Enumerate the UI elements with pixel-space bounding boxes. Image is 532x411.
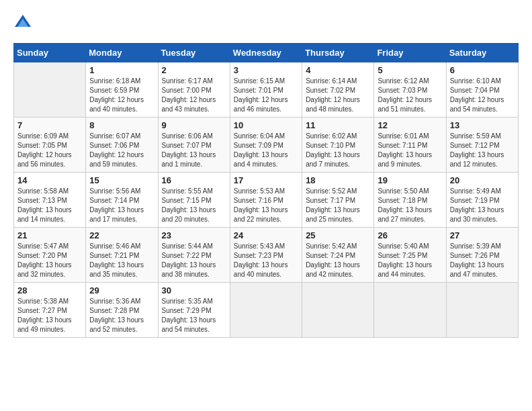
day-info: Sunrise: 6:14 AMSunset: 7:02 PMDaylight:… (306, 77, 370, 114)
column-header-thursday: Thursday (302, 44, 374, 62)
calendar-cell: 14Sunrise: 5:58 AMSunset: 7:13 PMDayligh… (14, 173, 86, 228)
day-info: Sunrise: 6:10 AMSunset: 7:04 PMDaylight:… (450, 77, 515, 114)
calendar-cell: 27Sunrise: 5:39 AMSunset: 7:26 PMDayligh… (446, 228, 518, 283)
day-number: 26 (378, 230, 442, 240)
column-header-wednesday: Wednesday (230, 44, 302, 62)
calendar-cell (446, 283, 518, 338)
calendar-cell (14, 62, 86, 118)
calendar-cell: 20Sunrise: 5:49 AMSunset: 7:19 PMDayligh… (446, 173, 518, 228)
calendar-cell (230, 283, 302, 338)
day-info: Sunrise: 6:18 AMSunset: 6:59 PMDaylight:… (89, 77, 154, 114)
day-info: Sunrise: 5:49 AMSunset: 7:19 PMDaylight:… (450, 187, 515, 224)
day-number: 28 (17, 285, 82, 295)
calendar-cell: 18Sunrise: 5:52 AMSunset: 7:17 PMDayligh… (302, 173, 374, 228)
calendar-cell: 26Sunrise: 5:40 AMSunset: 7:25 PMDayligh… (374, 228, 446, 283)
day-number: 9 (162, 120, 226, 130)
day-number: 21 (17, 230, 82, 240)
day-number: 11 (306, 120, 370, 130)
day-info: Sunrise: 6:15 AMSunset: 7:01 PMDaylight:… (234, 77, 298, 114)
day-info: Sunrise: 5:38 AMSunset: 7:27 PMDaylight:… (17, 297, 82, 334)
calendar-cell: 11Sunrise: 6:02 AMSunset: 7:10 PMDayligh… (302, 118, 374, 173)
calendar-cell: 9Sunrise: 6:06 AMSunset: 7:07 PMDaylight… (158, 118, 230, 173)
page-header (13, 13, 519, 32)
column-header-saturday: Saturday (446, 44, 518, 62)
calendar-cell: 7Sunrise: 6:09 AMSunset: 7:05 PMDaylight… (14, 118, 86, 173)
day-info: Sunrise: 6:09 AMSunset: 7:05 PMDaylight:… (17, 132, 82, 169)
calendar-cell: 13Sunrise: 5:59 AMSunset: 7:12 PMDayligh… (446, 118, 518, 173)
calendar-cell: 19Sunrise: 5:50 AMSunset: 7:18 PMDayligh… (374, 173, 446, 228)
calendar-cell: 8Sunrise: 6:07 AMSunset: 7:06 PMDaylight… (86, 118, 158, 173)
calendar-cell: 22Sunrise: 5:46 AMSunset: 7:21 PMDayligh… (86, 228, 158, 283)
calendar-week-row: 7Sunrise: 6:09 AMSunset: 7:05 PMDaylight… (14, 118, 519, 173)
day-info: Sunrise: 6:04 AMSunset: 7:09 PMDaylight:… (234, 132, 298, 169)
day-number: 30 (162, 285, 226, 295)
day-info: Sunrise: 5:44 AMSunset: 7:22 PMDaylight:… (162, 242, 226, 279)
day-info: Sunrise: 5:43 AMSunset: 7:23 PMDaylight:… (234, 242, 298, 279)
day-number: 24 (234, 230, 298, 240)
day-number: 20 (450, 175, 515, 185)
day-info: Sunrise: 6:02 AMSunset: 7:10 PMDaylight:… (306, 132, 370, 169)
calendar-cell: 16Sunrise: 5:55 AMSunset: 7:15 PMDayligh… (158, 173, 230, 228)
day-info: Sunrise: 5:56 AMSunset: 7:14 PMDaylight:… (89, 187, 154, 224)
column-header-monday: Monday (86, 44, 158, 62)
day-info: Sunrise: 5:55 AMSunset: 7:15 PMDaylight:… (162, 187, 226, 224)
calendar-table: SundayMondayTuesdayWednesdayThursdayFrid… (13, 43, 519, 338)
logo (13, 13, 35, 32)
calendar-week-row: 21Sunrise: 5:47 AMSunset: 7:20 PMDayligh… (14, 228, 519, 283)
day-info: Sunrise: 5:39 AMSunset: 7:26 PMDaylight:… (450, 242, 515, 279)
day-number: 4 (306, 65, 370, 75)
calendar-cell: 29Sunrise: 5:36 AMSunset: 7:28 PMDayligh… (86, 283, 158, 338)
calendar-cell (374, 283, 446, 338)
calendar-cell: 24Sunrise: 5:43 AMSunset: 7:23 PMDayligh… (230, 228, 302, 283)
day-info: Sunrise: 5:42 AMSunset: 7:24 PMDaylight:… (306, 242, 370, 279)
calendar-cell: 15Sunrise: 5:56 AMSunset: 7:14 PMDayligh… (86, 173, 158, 228)
day-number: 25 (306, 230, 370, 240)
day-number: 15 (89, 175, 154, 185)
calendar-cell: 28Sunrise: 5:38 AMSunset: 7:27 PMDayligh… (14, 283, 86, 338)
calendar-cell: 6Sunrise: 6:10 AMSunset: 7:04 PMDaylight… (446, 62, 518, 118)
day-info: Sunrise: 5:53 AMSunset: 7:16 PMDaylight:… (234, 187, 298, 224)
calendar-cell: 17Sunrise: 5:53 AMSunset: 7:16 PMDayligh… (230, 173, 302, 228)
calendar-cell: 23Sunrise: 5:44 AMSunset: 7:22 PMDayligh… (158, 228, 230, 283)
day-info: Sunrise: 5:36 AMSunset: 7:28 PMDaylight:… (89, 297, 154, 334)
day-number: 6 (450, 65, 515, 75)
day-info: Sunrise: 5:50 AMSunset: 7:18 PMDaylight:… (378, 187, 442, 224)
day-info: Sunrise: 6:12 AMSunset: 7:03 PMDaylight:… (378, 77, 442, 114)
day-number: 5 (378, 65, 442, 75)
day-info: Sunrise: 6:17 AMSunset: 7:00 PMDaylight:… (162, 77, 226, 114)
calendar-cell: 3Sunrise: 6:15 AMSunset: 7:01 PMDaylight… (230, 62, 302, 118)
calendar-week-row: 28Sunrise: 5:38 AMSunset: 7:27 PMDayligh… (14, 283, 519, 338)
day-info: Sunrise: 5:40 AMSunset: 7:25 PMDaylight:… (378, 242, 442, 279)
day-number: 10 (234, 120, 298, 130)
day-number: 27 (450, 230, 515, 240)
calendar-cell: 12Sunrise: 6:01 AMSunset: 7:11 PMDayligh… (374, 118, 446, 173)
day-info: Sunrise: 6:01 AMSunset: 7:11 PMDaylight:… (378, 132, 442, 169)
column-header-friday: Friday (374, 44, 446, 62)
day-info: Sunrise: 5:59 AMSunset: 7:12 PMDaylight:… (450, 132, 515, 169)
day-info: Sunrise: 5:58 AMSunset: 7:13 PMDaylight:… (17, 187, 82, 224)
day-number: 7 (17, 120, 82, 130)
column-header-tuesday: Tuesday (158, 44, 230, 62)
day-number: 17 (234, 175, 298, 185)
day-number: 3 (234, 65, 298, 75)
day-number: 2 (162, 65, 226, 75)
day-info: Sunrise: 5:52 AMSunset: 7:17 PMDaylight:… (306, 187, 370, 224)
day-number: 23 (162, 230, 226, 240)
day-number: 22 (89, 230, 154, 240)
day-info: Sunrise: 6:07 AMSunset: 7:06 PMDaylight:… (89, 132, 154, 169)
day-number: 13 (450, 120, 515, 130)
day-number: 16 (162, 175, 226, 185)
day-number: 12 (378, 120, 442, 130)
day-info: Sunrise: 6:06 AMSunset: 7:07 PMDaylight:… (162, 132, 226, 169)
day-number: 1 (89, 65, 154, 75)
day-number: 14 (17, 175, 82, 185)
calendar-cell: 25Sunrise: 5:42 AMSunset: 7:24 PMDayligh… (302, 228, 374, 283)
calendar-cell: 21Sunrise: 5:47 AMSunset: 7:20 PMDayligh… (14, 228, 86, 283)
calendar-cell: 1Sunrise: 6:18 AMSunset: 6:59 PMDaylight… (86, 62, 158, 118)
column-header-sunday: Sunday (14, 44, 86, 62)
day-info: Sunrise: 5:47 AMSunset: 7:20 PMDaylight:… (17, 242, 82, 279)
calendar-header-row: SundayMondayTuesdayWednesdayThursdayFrid… (14, 44, 519, 62)
day-number: 18 (306, 175, 370, 185)
day-number: 29 (89, 285, 154, 295)
logo-icon (13, 13, 32, 32)
